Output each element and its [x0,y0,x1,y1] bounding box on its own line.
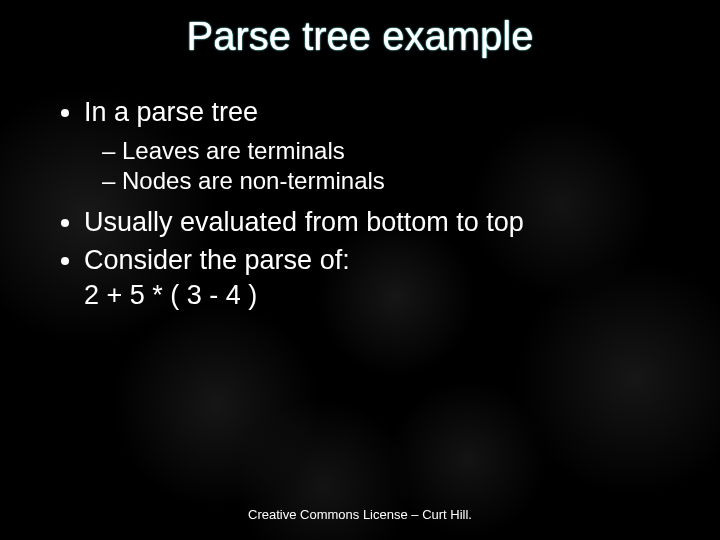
bullet-3-expression: 2 + 5 * ( 3 - 4 ) [84,279,680,313]
bullet-2: Usually evaluated from bottom to top [84,206,680,240]
footer-text: Creative Commons License – Curt Hill. [0,507,720,522]
bullet-3-text: Consider the parse of: [84,245,350,275]
bullet-1-text: In a parse tree [84,97,258,127]
bullet-1-sub-2: Nodes are non-terminals [102,166,680,196]
bullet-1: In a parse tree Leaves are terminals Nod… [84,96,680,196]
bullet-1-sublist: Leaves are terminals Nodes are non-termi… [84,136,680,196]
bullet-1-sub-1: Leaves are terminals [102,136,680,166]
bullet-list: In a parse tree Leaves are terminals Nod… [56,96,680,313]
bullet-3: Consider the parse of: 2 + 5 * ( 3 - 4 ) [84,244,680,314]
slide-title: Parse tree example [0,14,720,59]
slide-body: In a parse tree Leaves are terminals Nod… [56,96,680,317]
slide: Parse tree example In a parse tree Leave… [0,0,720,540]
